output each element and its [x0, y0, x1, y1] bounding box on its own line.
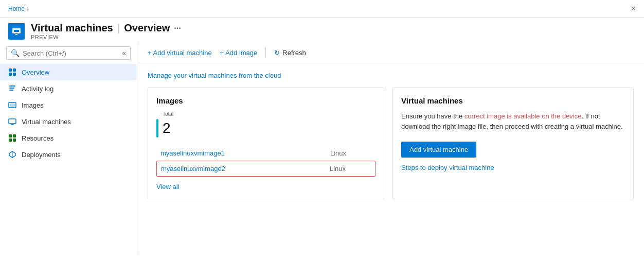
image-row[interactable]: myaselinuxvmimage1 Linux: [156, 146, 375, 161]
svg-rect-15: [9, 134, 12, 137]
toolbar: + Add virtual machine + Add image ↻ Refr…: [137, 42, 644, 63]
svg-rect-17: [9, 139, 12, 142]
svg-rect-2: [15, 34, 17, 35]
search-container: 🔍 «: [6, 46, 131, 60]
header-title-block: Virtual machines | Overview ··· PREVIEW: [31, 22, 181, 40]
svg-rect-18: [13, 139, 16, 142]
sidebar-label-images: Images: [22, 101, 44, 109]
page-header: Virtual machines | Overview ··· PREVIEW: [0, 18, 644, 42]
image-os: Linux: [330, 165, 371, 172]
image-os: Linux: [330, 149, 371, 157]
page-section: Overview: [124, 22, 170, 34]
sidebar-item-activity-log[interactable]: Activity log: [0, 80, 137, 97]
sidebar-label-deployments: Deployments: [22, 151, 61, 159]
sidebar: 🔍 « Overview Activity log Images: [0, 42, 137, 255]
image-name: myaselinuxvmimage2: [161, 165, 319, 172]
close-button[interactable]: ×: [631, 4, 636, 13]
cards-row: Images Total 2 myaselinuxvmimage1 Linux: [148, 88, 634, 199]
svg-rect-8: [9, 88, 14, 89]
top-bar: Home › ×: [0, 0, 644, 18]
breadcrumb-home[interactable]: Home: [8, 5, 25, 12]
total-count: 2: [163, 120, 171, 136]
svg-rect-4: [13, 68, 16, 72]
vm-icon: [11, 26, 22, 37]
virtual-machines-icon: [8, 117, 16, 126]
total-count-row: 2: [156, 119, 375, 137]
content-subtitle: Manage your virtual machines from the cl…: [148, 72, 634, 79]
refresh-icon: ↻: [274, 49, 280, 57]
images-icon: [8, 101, 16, 109]
svg-rect-12: [9, 119, 16, 124]
add-virtual-machine-button[interactable]: Add virtual machine: [401, 142, 476, 158]
search-input[interactable]: [23, 49, 119, 57]
service-name: Virtual machines: [31, 22, 113, 34]
svg-rect-16: [13, 134, 16, 137]
sidebar-label-virtual-machines: Virtual machines: [22, 118, 71, 126]
page-badge: PREVIEW: [31, 34, 181, 40]
image-row[interactable]: myaselinuxvmimage2 Linux: [156, 161, 375, 177]
breadcrumb-sep: ›: [27, 5, 29, 12]
sidebar-item-resources[interactable]: Resources: [0, 130, 137, 146]
refresh-label: Refresh: [282, 49, 306, 57]
main-layout: 🔍 « Overview Activity log Images: [0, 42, 644, 255]
vm-card: Virtual machines Ensure you have the cor…: [392, 88, 634, 199]
svg-rect-11: [10, 103, 15, 107]
title-separator: |: [117, 22, 120, 34]
total-label: Total: [163, 111, 375, 117]
search-icon: 🔍: [11, 49, 20, 57]
image-list: myaselinuxvmimage1 Linux myaselinuxvmima…: [156, 146, 375, 177]
more-options-icon[interactable]: ···: [174, 24, 181, 33]
sidebar-item-deployments[interactable]: Deployments: [0, 146, 137, 163]
collapse-icon[interactable]: «: [122, 49, 126, 57]
add-vm-button[interactable]: + Add virtual machine: [148, 49, 212, 57]
view-all-link[interactable]: View all: [156, 183, 180, 191]
sidebar-label-activity-log: Activity log: [22, 85, 53, 93]
steps-link[interactable]: Steps to deploy virtual machine: [401, 164, 494, 171]
page-title: Virtual machines | Overview ···: [31, 22, 181, 34]
svg-rect-9: [9, 90, 13, 91]
images-card-title: Images: [156, 96, 375, 105]
deployments-icon: [8, 150, 16, 159]
vm-desc-part1: Ensure you have the: [401, 112, 464, 120]
refresh-button[interactable]: ↻ Refresh: [274, 49, 306, 57]
resources-icon: [8, 134, 16, 142]
sidebar-label-overview: Overview: [22, 68, 49, 76]
sidebar-item-overview[interactable]: Overview: [0, 64, 137, 80]
total-bar: [156, 119, 158, 137]
vm-desc-link[interactable]: correct image is available on the device: [464, 112, 582, 120]
activity-log-icon: [8, 84, 16, 93]
breadcrumb: Home ›: [8, 5, 29, 12]
add-image-button[interactable]: + Add image: [220, 49, 258, 57]
svg-rect-5: [9, 73, 12, 76]
image-name: myaselinuxvmimage1: [160, 149, 320, 157]
overview-icon: [8, 68, 16, 76]
sidebar-label-resources: Resources: [22, 134, 53, 142]
toolbar-separator: [265, 47, 266, 58]
svg-rect-1: [14, 30, 19, 32]
sidebar-item-images[interactable]: Images: [0, 97, 137, 113]
vm-description: Ensure you have the correct image is ava…: [401, 111, 625, 131]
svg-rect-6: [13, 73, 16, 76]
content-area: Manage your virtual machines from the cl…: [137, 63, 644, 208]
sidebar-item-virtual-machines[interactable]: Virtual machines: [0, 113, 137, 130]
main-content: + Add virtual machine + Add image ↻ Refr…: [137, 42, 644, 255]
vm-card-title: Virtual machines: [401, 96, 625, 105]
svg-rect-3: [9, 68, 12, 72]
service-icon: [8, 23, 25, 40]
images-card: Images Total 2 myaselinuxvmimage1 Linux: [148, 88, 384, 199]
svg-rect-7: [9, 85, 15, 87]
